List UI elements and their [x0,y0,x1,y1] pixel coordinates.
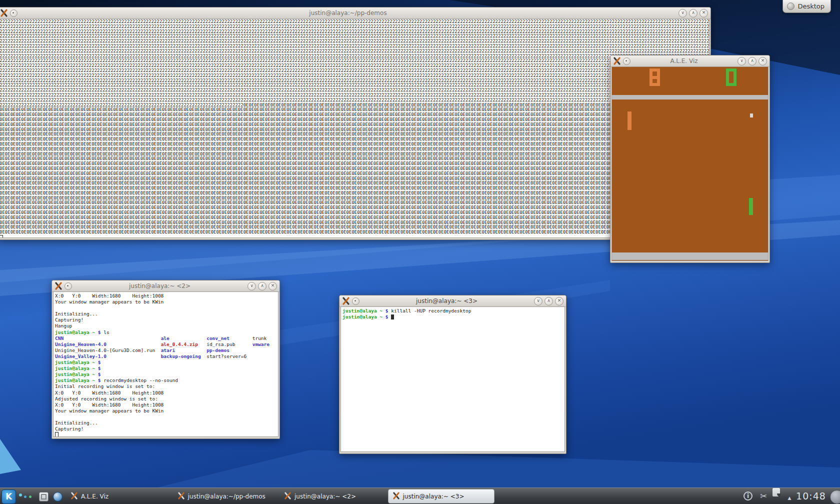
minimize-button[interactable]: ∨ [248,282,256,290]
konsole-icon [0,9,8,17]
pong-score-right [726,68,736,86]
taskbar-task[interactable]: A.L.E. Viz [66,488,174,504]
clock[interactable]: 10:48 [795,490,827,502]
plasma-icon [787,2,794,10]
taskbar-task[interactable]: justin@alaya:~ <2> [280,488,387,504]
desktop-toolbox-label: Desktop [798,2,824,10]
close-button[interactable]: ✕ [555,297,564,306]
terminal-line: justin@alaya ~ $ [55,366,278,372]
pong-wall-bottom [612,252,768,260]
konsole-icon [178,492,185,501]
titlebar[interactable]: justin@alaya:~ <3> ∨ ∧ ✕ [340,296,566,307]
minimize-button[interactable]: ∨ [678,9,687,18]
tray-expander-icon[interactable]: ▲ [786,494,793,502]
terminal-line: Capturing! [55,317,278,323]
desktop-toolbox-button[interactable]: Desktop [782,0,831,13]
desktop: Desktop justin@alaya:~/pp-demos ∨ ∧ ✕ 22… [0,0,840,504]
terminal-line: justin@alaya ~ $ [55,372,278,378]
pong-screen [612,66,768,261]
terminal-line: Hangup [55,323,278,329]
browser-icon[interactable] [53,492,62,502]
titlebar[interactable]: justin@alaya:~/pp-demos ∨ ∧ ✕ [0,8,710,19]
pager-dot[interactable] [24,496,26,498]
terminal-output-pp-demos[interactable]: 2222222222222222222222222222222222222222… [0,18,710,238]
file-manager-icon[interactable] [39,492,48,502]
pong-field [612,67,768,260]
notes-icon[interactable] [772,488,780,496]
window-title: justin@alaya:~ <3> [362,298,532,304]
terminal-line: Adjusted recording window is set to: [55,396,278,402]
terminal-line: CNN ale conv_net trunk [55,336,278,342]
taskbar-task-label: justin@alaya:~/pp-demos [188,493,266,500]
taskbar-task[interactable]: justin@alaya:~/pp-demos [174,488,280,504]
close-button[interactable]: ✕ [700,9,708,18]
terminal-line: Your window manager appears to be KWin [55,408,278,414]
window-term2: justin@alaya:~ <2> ∨ ∧ ✕ X:0 Y:0 Width:1… [52,280,280,439]
taskbar-task[interactable]: justin@alaya:~ <3> [388,489,495,504]
terminal-output-term2[interactable]: X:0 Y:0 Width:1680 Height:1008Your windo… [53,292,278,437]
terminal-line: Unigine_Heaven-4.0-[Guru3D.com].run atar… [55,348,278,354]
ale-viz-icon [613,57,621,65]
terminal-line: Initializing... [55,420,278,426]
pong-ball [750,114,753,118]
terminal-line: X:0 Y:0 Width:1680 Height:1008 [55,293,278,299]
terminal-line: Unigine_Valley-1.0 backup-ongoing start?… [55,354,278,360]
pin-button[interactable] [64,282,72,290]
pong-paddle-left [628,112,632,130]
window-ale-viz: A.L.E. Viz ∨ ∧ ✕ [610,55,770,263]
maximize-button[interactable]: ∧ [689,9,698,18]
pager-dot[interactable] [19,494,22,496]
terminal-line: Your window manager appears to be KWin [55,299,278,305]
terminal-line [55,432,278,437]
taskbar-task-label: A.L.E. Viz [81,493,108,500]
titlebar[interactable]: justin@alaya:~ <2> ∨ ∧ ✕ [52,280,280,292]
window-term3: justin@alaya:~ <3> ∨ ∧ ✕ justin@alaya ~ … [339,295,566,454]
terminal-output-term3[interactable]: justin@alaya ~ $ killall -HUP recordmyde… [340,306,565,452]
taskbar-task-label: justin@alaya:~ <3> [403,493,464,500]
pong-score-left [650,68,660,86]
terminal-line: justin@alaya ~ $ killall -HUP recordmyde… [342,308,564,314]
window-title: A.L.E. Viz [632,58,736,64]
terminal-line: Unigine_Heaven-4.0 ale_0.4.4.zip id_rsa.… [55,342,278,348]
terminal-line: X:0 Y:0 Width:1680 Height:1008 [55,402,278,408]
pin-button[interactable] [10,10,18,17]
klipper-icon[interactable]: ✂ [758,492,768,500]
pin-button[interactable] [623,58,630,65]
task-area: A.L.E. Vizjustin@alaya:~/pp-demosjustin@… [66,488,496,504]
minimize-button[interactable]: ∨ [738,57,746,66]
terminal-line: Initial recording window is set to: [55,384,278,390]
kmenu-button[interactable]: K [2,490,16,504]
terminal-line: Capturing! [55,426,278,432]
maximize-button[interactable]: ∧ [258,282,266,290]
maximize-button[interactable]: ∧ [544,297,553,306]
close-button[interactable]: ✕ [268,282,277,290]
pong-paddle-right [749,198,753,215]
taskbar: K A.L.E. Vizjustin@alaya:~/pp-demosjusti… [0,488,840,504]
konsole-icon [70,492,78,501]
konsole-icon [392,492,400,501]
window-title: justin@alaya:~ <2> [74,282,246,290]
konsole-icon [342,297,350,305]
pager-dot[interactable] [29,496,32,498]
taskbar-task-label: justin@alaya:~ <2> [294,493,356,500]
pin-button[interactable] [352,298,360,305]
minimize-button[interactable]: ∨ [534,297,542,306]
terminal-line: X:0 Y:0 Width:1680 Height:1008 [55,390,278,396]
konsole-icon [284,492,292,501]
pong-wall-top [612,95,768,100]
maximize-button[interactable]: ∧ [748,57,756,66]
close-button[interactable]: ✕ [758,57,767,66]
terminal-line: justin@alaya ~ $ ls [55,330,278,336]
terminal-line: justin@alaya ~ $ recordmydesktop --no-so… [55,378,278,384]
notifications-icon[interactable]: i [744,492,752,500]
panel-cashew-icon[interactable] [830,490,840,504]
terminal-line [55,305,278,311]
terminal-line: 0E0E0E0E0E0E0E0E0E0E0E0E0E0E0E0E0E0E0E0E… [0,230,709,235]
window-pp-demos: justin@alaya:~/pp-demos ∨ ∧ ✕ 2222222222… [0,7,711,240]
titlebar[interactable]: A.L.E. Viz ∨ ∧ ✕ [610,56,770,67]
terminal-line: justin@alaya ~ $ [342,314,564,320]
terminal-cursor-line [0,235,709,238]
konsole-icon [54,282,62,290]
window-title: justin@alaya:~/pp-demos [20,10,676,16]
terminal-line [55,414,278,420]
